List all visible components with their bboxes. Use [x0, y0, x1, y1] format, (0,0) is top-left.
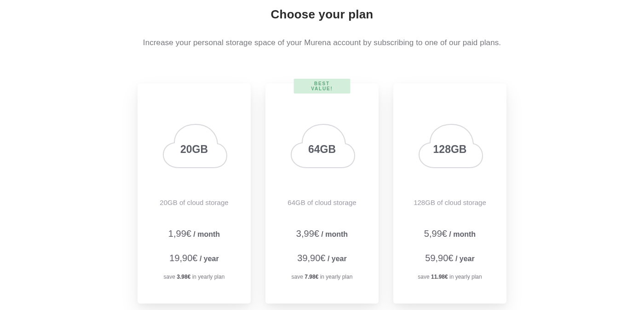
save-prefix: save: [164, 274, 177, 280]
price-year-per: / year: [197, 255, 218, 263]
plan-storage-size: 20GB: [180, 143, 208, 156]
save-amount: 7.98€: [305, 274, 318, 280]
plan-description: 20GB of cloud storage: [147, 199, 242, 206]
price-month-per: / month: [319, 230, 348, 238]
plan-storage-size: 64GB: [308, 143, 336, 156]
page-title: Choose your plan: [0, 7, 644, 22]
page-subtitle: Increase your personal storage space of …: [0, 38, 644, 47]
plan-description: 64GB of cloud storage: [275, 199, 369, 206]
price-year-value: 59,90€: [425, 253, 453, 263]
save-suffix: in yearly plan: [190, 274, 224, 280]
best-value-badge: BEST VALUE!: [294, 79, 351, 94]
plan-description: 128GB of cloud storage: [402, 199, 497, 206]
plan-price-year: 59,90€ / year: [402, 253, 497, 263]
plan-savings: save 3.98€ in yearly plan: [147, 274, 242, 280]
save-prefix: save: [418, 274, 431, 280]
cloud-icon: 128GB: [414, 122, 485, 171]
price-year-value: 19,90€: [169, 253, 197, 263]
plan-card-128gb[interactable]: 128GB 128GB of cloud storage 5,99€ / mon…: [393, 83, 506, 304]
save-suffix: in yearly plan: [448, 274, 482, 280]
plan-savings: save 11.98€ in yearly plan: [402, 274, 497, 280]
plan-card-20gb[interactable]: 20GB 20GB of cloud storage 1,99€ / month…: [138, 83, 251, 304]
plan-cloud: 20GB: [147, 119, 242, 174]
plan-cloud: 64GB: [275, 119, 369, 174]
plan-savings: save 7.98€ in yearly plan: [275, 274, 369, 280]
plan-card-64gb[interactable]: BEST VALUE! 64GB 64GB of cloud storage 3…: [265, 83, 379, 304]
page-header: Choose your plan Increase your personal …: [0, 0, 644, 47]
plan-price-year: 39,90€ / year: [275, 253, 369, 263]
price-year-per: / year: [325, 255, 346, 263]
save-suffix: in yearly plan: [318, 274, 352, 280]
plan-price-month: 5,99€ / month: [402, 228, 497, 239]
plan-price-year: 19,90€ / year: [147, 253, 242, 263]
price-month-value: 1,99€: [168, 228, 191, 239]
price-month-per: / month: [191, 230, 220, 238]
plan-price-month: 3,99€ / month: [275, 228, 369, 239]
save-amount: 3.98€: [177, 274, 190, 280]
save-prefix: save: [292, 274, 305, 280]
plans-row: 20GB 20GB of cloud storage 1,99€ / month…: [0, 83, 644, 304]
cloud-icon: 20GB: [159, 122, 230, 171]
price-month-per: / month: [447, 230, 476, 238]
price-year-per: / year: [453, 255, 474, 263]
plan-storage-size: 128GB: [433, 143, 467, 156]
plan-cloud: 128GB: [402, 119, 497, 174]
price-month-value: 5,99€: [424, 228, 447, 239]
save-amount: 11.98€: [431, 274, 448, 280]
price-year-value: 39,90€: [297, 253, 325, 263]
cloud-icon: 64GB: [287, 122, 357, 171]
price-month-value: 3,99€: [296, 228, 319, 239]
plan-price-month: 1,99€ / month: [147, 228, 242, 239]
